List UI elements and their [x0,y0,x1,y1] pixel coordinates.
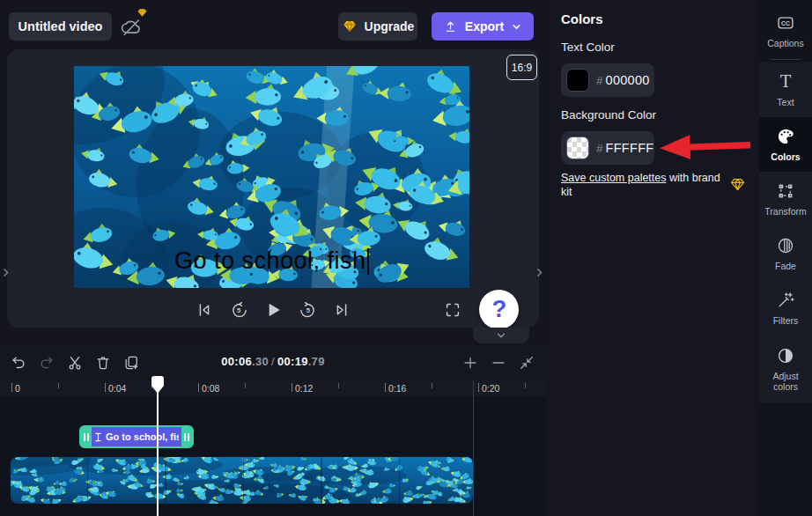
chevron-down-icon [511,21,522,33]
text-clip-type-icon [94,431,102,443]
brand-kit-gem-icon [729,176,746,193]
forward-5-icon[interactable]: 5 [296,299,319,321]
colors-icon [776,127,795,146]
ruler-tick-label: 0:16 [388,383,406,394]
sidebar-item-fade[interactable]: Fade [759,226,812,281]
timeline-ruler[interactable]: 00:040:080:120:160:20 [0,380,546,396]
fullscreen-icon[interactable] [441,299,464,321]
filters-icon [776,291,795,310]
svg-text:5: 5 [236,306,240,314]
save-custom-palettes-link[interactable]: Save custom palettes [561,172,667,184]
sidebar-item-label: Adjust colors [764,371,808,392]
expand-left-panel-chevron[interactable] [0,262,12,283]
ruler-tick-minor [432,383,432,388]
project-title: Untitled video [18,19,103,33]
upload-icon [443,19,458,34]
caption-text: Go to school, fish [174,247,366,275]
rewind-5-icon[interactable]: 5 [227,299,250,321]
preview-panel: 16:9 Go to school, fish 5 5 [7,49,539,328]
sidebar-tools-group: TTextColorsTransformFadeFiltersAdjust co… [759,63,812,402]
sidebar-item-label: Colors [771,151,800,162]
sidebar-item-filters[interactable]: Filters [759,281,812,335]
sidebar-item-transform[interactable]: Transform [759,172,812,226]
adjust-colors-icon [776,346,795,365]
caption-overlay[interactable]: Go to school, fish [74,247,469,275]
zoom-in-icon[interactable] [461,353,480,372]
captions-icon: CC [776,13,795,33]
background-color-input[interactable]: #FFFFFF [561,131,654,165]
ruler-tick-major [385,383,386,392]
svg-text:?: ? [491,297,506,322]
zoom-fit-icon[interactable] [517,353,536,372]
text-cursor [367,248,370,275]
current-time-fraction: .30 [252,355,269,368]
skip-end-icon[interactable] [330,299,353,321]
export-button[interactable]: Export [432,12,534,41]
sidebar-divider [771,59,801,60]
sidebar-item-adjust-colors[interactable]: Adjust colors [759,335,812,402]
text-icon: T [776,72,795,92]
hash-symbol: # [596,142,603,155]
sidebar-item-label: Captions [767,38,803,48]
colors-property-panel: Colors Text Color #000000 Background Col… [546,0,759,516]
panel-title: Colors [561,11,603,26]
sidebar-item-colors[interactable]: Colors [759,117,812,172]
hash-symbol: # [596,74,603,87]
export-label: Export [465,19,504,33]
skip-start-icon[interactable] [193,299,216,321]
svg-text:CC: CC [781,20,790,26]
timeline-video-clip[interactable] [11,457,473,504]
background-color-swatch[interactable] [566,136,589,159]
current-time: 00:06 [221,355,252,368]
fade-icon [776,236,795,255]
sidebar-item-label: Fade [775,261,796,271]
ruler-tick-major [478,383,479,392]
chevron-down-icon [495,329,507,342]
help-button[interactable]: ? [479,290,519,329]
center-column: Untitled video Upgrade Export 16:9 [0,0,546,516]
text-color-hex: #000000 [596,72,650,88]
tools-sidebar: CCCaptionsTTextColorsTransformFadeFilter… [759,0,812,516]
ruler-tick-label: 0:20 [482,383,499,394]
timeline-toolbar: 00:06.30/00:19.79 [0,345,546,380]
zoom-out-icon[interactable] [489,353,508,372]
ruler-tick-minor [58,383,59,388]
expand-right-panel-chevron[interactable] [532,262,546,283]
timeline-text-clip[interactable]: Go to school, fis [79,425,194,448]
ruler-tick-minor [525,383,526,388]
play-icon[interactable] [262,299,284,321]
ruler-tick-major [105,383,106,392]
upgrade-button[interactable]: Upgrade [338,12,417,41]
timeline: 00:06.30/00:19.79 00:040:080:120:160:20 … [0,345,546,516]
sidebar-item-label: Text [777,97,794,107]
ruler-tick-major [292,383,292,392]
ruler-tick-major [198,383,199,392]
brand-kit-text: Save custom palettes with brand kit [561,171,725,199]
premium-gem-icon [137,7,148,18]
playhead-line [157,392,159,516]
clip-trim-handle-left[interactable] [81,427,92,446]
text-color-input[interactable]: #000000 [561,63,654,97]
gem-icon [342,18,358,34]
collapse-preview-tab[interactable] [473,328,529,343]
aspect-ratio-badge[interactable]: 16:9 [506,55,537,80]
ruler-tick-label: 0:04 [108,383,126,394]
text-clip-body: Go to school, fis [92,431,181,443]
text-color-value: 000000 [606,73,650,87]
red-annotation-arrow [658,130,752,163]
video-preview[interactable]: Go to school, fish [74,66,469,288]
text-clip-label: Go to school, fis [106,431,179,442]
project-title-button[interactable]: Untitled video [9,12,112,41]
sidebar-item-label: Filters [773,315,799,326]
clipchamp-editor-window: Untitled video Upgrade Export 16:9 [0,0,812,516]
sidebar-item-captions[interactable]: CCCaptions [759,0,812,56]
cloud-offline-icon[interactable] [120,16,146,41]
background-color-value: FFFFFF [606,141,654,155]
clip-trim-handle-right[interactable] [181,427,192,446]
sidebar-item-text[interactable]: TText [759,63,812,117]
sidebar-item-label: Transform [764,206,806,217]
playhead[interactable] [151,375,165,516]
text-color-swatch[interactable] [566,69,589,92]
aspect-ratio-label: 16:9 [512,62,532,74]
ruler-tick-label: 0:12 [295,383,313,394]
